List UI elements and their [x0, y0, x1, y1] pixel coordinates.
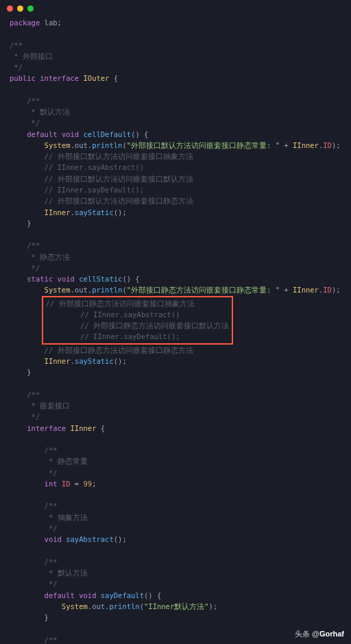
- window-dots: [0, 0, 351, 14]
- maximize-icon[interactable]: [27, 5, 34, 12]
- highlight-box: // 外部接口静态方法访问嵌套接口抽象方法 // IInner.sayAbstr…: [42, 296, 234, 345]
- package-kw: package: [10, 18, 40, 27]
- close-icon[interactable]: [7, 5, 13, 12]
- code-block: package lab; /** * 外部接口 */ public interf…: [0, 14, 351, 644]
- code-window: package lab; /** * 外部接口 */ public interf…: [0, 0, 351, 644]
- attribution: 头条 @Gorhaf: [295, 628, 344, 640]
- minimize-icon[interactable]: [17, 5, 23, 12]
